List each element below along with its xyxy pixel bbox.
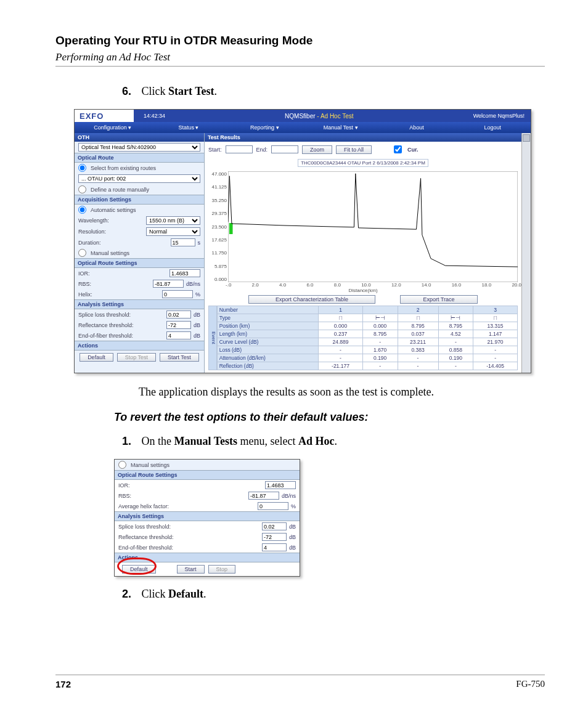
ior2-input[interactable] <box>265 481 296 489</box>
optical-route-head: Optical Route <box>75 153 204 163</box>
analysis-head: Analysis Settings <box>75 299 204 309</box>
page-subtitle: Performing an Ad Hoc Test <box>55 51 545 63</box>
wavelength-select[interactable]: 1550.0 nm (B) <box>146 216 200 225</box>
route-manual-radio[interactable] <box>78 185 86 193</box>
fit-button[interactable]: Fit to All <box>336 145 372 154</box>
svg-rect-0 <box>228 171 518 282</box>
ors-head: Optical Route Settings <box>75 258 204 268</box>
start2-button[interactable]: Start <box>177 565 205 574</box>
splice2-input[interactable] <box>262 522 287 530</box>
actions-head: Actions <box>75 341 204 351</box>
analysis2-head: Analysis Settings <box>115 511 300 521</box>
oth-head: OTH <box>75 133 204 142</box>
trace-label: THC00D0C8A23444 OTAU Port 2 6/13/2008 2:… <box>298 159 428 167</box>
zoom-button[interactable]: Zoom <box>302 145 332 154</box>
menu-configuration[interactable]: Configuration ▾ <box>75 124 150 131</box>
page-title: Operating Your RTU in OTDR Measuring Mod… <box>55 34 545 47</box>
scrollbar[interactable] <box>521 133 531 373</box>
svg-rect-1 <box>229 223 233 234</box>
export-trace-button[interactable]: Export Trace <box>400 295 478 304</box>
subheading: To revert the test options to their defa… <box>114 411 545 424</box>
ior-input[interactable] <box>169 269 200 277</box>
doc-id: FG-750 <box>516 679 545 689</box>
body-text: The application displays the results as … <box>139 386 545 399</box>
helix2-input[interactable] <box>258 502 288 510</box>
exfo-logo: EXFO <box>75 110 134 122</box>
helix-input[interactable] <box>162 290 193 298</box>
step-1: 1. On the Manual Tests menu, select Ad H… <box>114 435 545 448</box>
menu-bar: Configuration ▾ Status ▾ Reporting ▾ Man… <box>75 122 531 133</box>
acq-auto-radio[interactable] <box>78 206 86 214</box>
settings-panel: OTH Optical Test Head S/N:402900 Optical… <box>75 133 205 373</box>
reflect2-input[interactable] <box>262 533 287 541</box>
screenshot-revert: Manual settings Optical Route Settings I… <box>114 459 300 577</box>
divider <box>55 66 545 67</box>
resolution-select[interactable]: Normal <box>146 227 200 236</box>
app-topbar: EXFO 14:42:34 NQMSfiber - Ad Hoc Test We… <box>75 110 531 122</box>
event-table: Event Number123Type⨅⊢⊣⨅⊢⊣⨅Position (km)0… <box>205 306 521 373</box>
eof2-input[interactable] <box>262 543 287 551</box>
chart-xlabel: Distance(km) <box>205 288 521 293</box>
test-results-head: Test Results <box>205 133 521 142</box>
otau-port-select[interactable]: ... OTAU port: 002 <box>78 174 200 183</box>
acq-head: Acquisition Settings <box>75 195 204 205</box>
eof-input[interactable] <box>166 331 191 339</box>
cur-checkbox[interactable] <box>394 145 402 153</box>
page-number: 172 <box>55 679 71 689</box>
step-6: 6. Click Start Test. <box>114 85 545 98</box>
otdr-chart <box>228 171 518 282</box>
menu-reporting[interactable]: Reporting ▾ <box>227 124 303 131</box>
splice-input[interactable] <box>166 310 191 318</box>
page-footer: 172 FG-750 <box>55 675 545 689</box>
menu-logout[interactable]: Logout <box>455 124 531 131</box>
screenshot-adhoc-app: EXFO 14:42:34 NQMSfiber - Ad Hoc Test We… <box>74 109 531 373</box>
stop-test-button[interactable]: Stop Test <box>117 353 156 362</box>
default2-button[interactable]: Default <box>122 565 156 574</box>
clock: 14:42:34 <box>144 113 165 119</box>
route-existing-radio[interactable] <box>78 164 86 172</box>
reflect-input[interactable] <box>166 321 191 329</box>
rbs2-input[interactable] <box>248 492 279 500</box>
rbs-input[interactable] <box>153 280 184 288</box>
menu-status[interactable]: Status ▾ <box>150 124 226 131</box>
actions2-head: Actions <box>115 553 300 562</box>
welcome-text: Welcome NqmsPlus! <box>473 113 525 119</box>
chart-xaxis: -.02.04.06.08.010.012.014.016.018.020.0 <box>205 282 521 288</box>
breadcrumb: NQMSfiber - Ad Hoc Test <box>285 113 354 120</box>
menu-manual-test[interactable]: Manual Test ▾ <box>303 124 378 131</box>
start-input[interactable] <box>226 145 253 153</box>
oth-select[interactable]: Optical Test Head S/N:402900 <box>78 143 200 152</box>
chart-yaxis: 47.00041.12535.25029.37523.50017.62511.7… <box>206 171 228 282</box>
results-panel: Test Results Start: End: Zoom Fit to All… <box>205 133 531 373</box>
export-table-button[interactable]: Export Characterization Table <box>248 295 375 304</box>
step-2: 2. Click Default. <box>114 588 545 601</box>
manual-settings-radio[interactable] <box>118 461 126 469</box>
ors2-head: Optical Route Settings <box>115 470 300 480</box>
stop2-button[interactable]: Stop <box>208 565 236 574</box>
duration-input[interactable] <box>171 238 195 246</box>
acq-manual-radio[interactable] <box>78 249 86 257</box>
default-button[interactable]: Default <box>80 353 113 362</box>
menu-about[interactable]: About <box>378 124 454 131</box>
end-input[interactable] <box>271 145 298 153</box>
start-test-button[interactable]: Start Test <box>160 353 199 362</box>
